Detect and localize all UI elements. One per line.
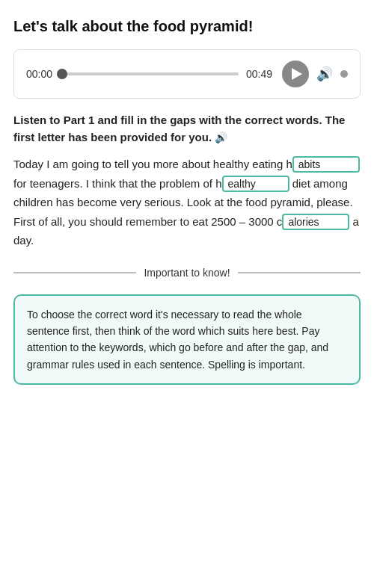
tip-box: To choose the correct word it's necessar… [13,294,361,386]
gap1-input[interactable] [292,156,360,173]
passage-before-gap1: Today I am going to tell you more about … [13,158,292,170]
important-label: Important to know! [144,265,230,281]
audio-time-start: 00:00 [26,66,55,82]
sound-icon[interactable]: 🔊 [215,131,227,143]
audio-time-end: 00:49 [246,66,275,82]
play-icon [292,68,302,80]
gap2-input[interactable] [222,176,289,192]
right-line [238,272,361,273]
page-title: Let's talk about the food pyramid! [13,15,361,37]
instructions-label: Listen to Part 1 and fill in the gaps wi… [13,114,345,143]
passage-between-gap1-gap2: for teenagers. I think that the problem … [13,177,222,190]
audio-player: 00:00 00:49 🔊 [13,49,361,99]
gap3-input[interactable] [282,214,349,230]
audio-progress-bar[interactable] [62,72,239,75]
volume-icon[interactable]: 🔊 [316,64,333,84]
audio-progress-knob[interactable] [57,69,67,79]
instructions-text: Listen to Part 1 and fill in the gaps wi… [13,112,361,146]
passage-text: Today I am going to tell you more about … [13,155,361,250]
tip-text: To choose the correct word it's necessar… [27,309,328,371]
dot-icon [340,70,348,78]
left-line [13,272,136,273]
important-section: Important to know! [13,265,361,281]
play-button[interactable] [282,61,309,87]
